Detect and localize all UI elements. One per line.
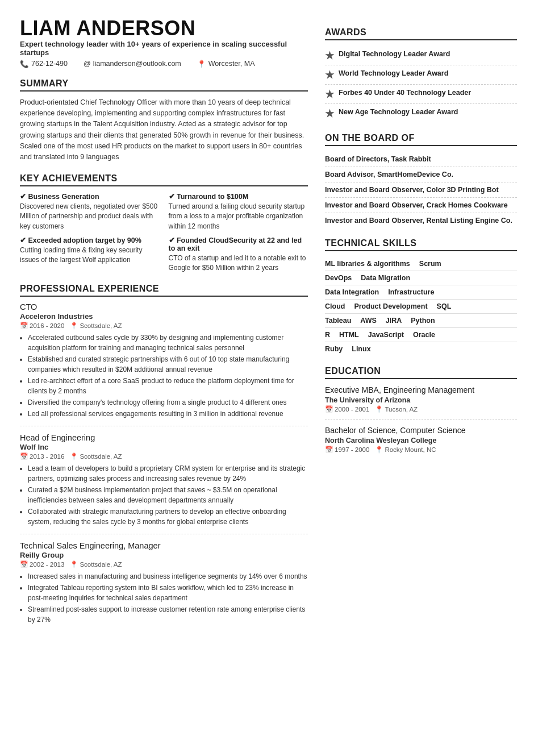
edu-meta: 📅 1997 - 2000 📍 Rocky Mount, NC [325, 446, 517, 454]
board-item: Board of Directors, Task Rabbit [325, 152, 517, 167]
exp-bullet: Streamlined post-sales support to increa… [28, 604, 308, 625]
skill-tag: HTML [339, 331, 359, 339]
exp-dates: 📅 2016 - 2020 [20, 322, 64, 330]
exp-title: Head of Engineering [20, 433, 308, 442]
pin-icon: 📍 [70, 322, 78, 330]
location-item: 📍 Worcester, MA [197, 60, 255, 68]
skill-tag: Product Development [354, 302, 427, 310]
achievement-title: Turnaround to $100M [169, 192, 308, 201]
skills-row: DevOpsData Migration [325, 271, 517, 285]
pin-icon: 📍 [70, 560, 78, 568]
board-item: Investor and Board Observer, Crack Homes… [325, 198, 517, 213]
education-title: EDUCATION [325, 366, 517, 379]
skills-row: Data IntegrationInfrastructure [325, 285, 517, 300]
achievement-body: Turned around a failing cloud security s… [169, 202, 308, 231]
skills-title: TECHNICAL SKILLS [325, 238, 517, 251]
skill-tag: Infrastructure [388, 288, 434, 296]
skill-tag: Scrum [419, 260, 441, 268]
experience-entry: CTO Acceleron Industries 📅 2016 - 2020 📍… [20, 302, 308, 426]
edu-location: 📍 Tucson, AZ [375, 405, 418, 413]
exp-bullet: Established and curated strategic partne… [28, 354, 308, 375]
exp-location: 📍 Scottsdale, AZ [70, 560, 122, 568]
exp-dates: 📅 2002 - 2013 [20, 560, 64, 568]
edu-dates: 📅 1997 - 2000 [325, 446, 369, 454]
contact-row: 📞 762-12-490 @ liamanderson@outlook.com … [20, 60, 308, 68]
awards-title: AWARDS [325, 27, 517, 40]
resume-page: LIAM ANDERSON Expert technology leader w… [0, 0, 534, 655]
skills-row: CloudProduct DevelopmentSQL [325, 300, 517, 314]
email-address: liamanderson@outlook.com [93, 60, 181, 68]
experience-list: CTO Acceleron Industries 📅 2016 - 2020 📍… [20, 302, 308, 632]
star-icon: ★ [325, 89, 334, 99]
email-icon: @ [84, 60, 91, 68]
edu-meta: 📅 2000 - 2001 📍 Tucson, AZ [325, 405, 517, 413]
board-item: Board Advisor, SmartHomeDevice Co. [325, 167, 517, 182]
award-text: Forbes 40 Under 40 Technology Leader [339, 89, 471, 97]
calendar-icon: 📅 [325, 446, 333, 454]
exp-location: 📍 Scottsdale, AZ [70, 452, 122, 460]
skill-tag: Tableau [325, 317, 351, 325]
achievement-body: CTO of a startup and led it to a notable… [169, 254, 308, 273]
edu-school: The University of Arizona [325, 396, 517, 404]
skills-row: ML libraries & algorithmsScrum [325, 257, 517, 271]
skill-tag: DevOps [325, 274, 352, 282]
experience-entry: Head of Engineering Wolf Inc 📅 2013 - 20… [20, 433, 308, 534]
exp-bullet: Lead a team of developers to build a pro… [28, 463, 308, 484]
exp-meta: 📅 2016 - 2020 📍 Scottsdale, AZ [20, 322, 308, 330]
exp-bullets: Lead a team of developers to build a pro… [20, 463, 308, 527]
location-text: Worcester, MA [208, 60, 255, 68]
award-item: ★ Forbes 40 Under 40 Technology Leader [325, 85, 517, 104]
tagline: Expert technology leader with 10+ years … [20, 40, 308, 57]
skill-tag: Python [411, 317, 435, 325]
calendar-icon: 📅 [20, 560, 28, 568]
exp-company: Acceleron Industries [20, 312, 308, 321]
achievement-title: Business Generation [20, 192, 160, 201]
achievement-title: Founded CloudSecurity at 22 and led to a… [169, 236, 308, 252]
exp-bullet: Integrated Tableau reporting system into… [28, 583, 308, 603]
exp-meta: 📅 2013 - 2016 📍 Scottsdale, AZ [20, 452, 308, 460]
exp-bullet: Led all professional services engagement… [28, 409, 308, 419]
star-icon: ★ [325, 109, 334, 119]
skill-tag: Ruby [325, 345, 343, 353]
award-text: New Age Technology Leader Award [339, 108, 458, 116]
exp-bullet: Collaborated with strategic manufacturin… [28, 506, 308, 527]
edu-location: 📍 Rocky Mount, NC [375, 446, 436, 454]
education-list: Executive MBA, Engineering Management Th… [325, 385, 517, 459]
exp-bullet: Diversified the company's technology off… [28, 397, 308, 408]
calendar-icon: 📅 [325, 405, 333, 413]
exp-bullet: Curated a $2M business implementation pr… [28, 485, 308, 505]
phone-number: 762-12-490 [31, 60, 68, 68]
award-text: Digital Technology Leader Award [339, 50, 450, 58]
achievement-body: Discovered new clients, negotiated over … [20, 202, 160, 231]
star-icon: ★ [325, 51, 334, 61]
edu-school: North Carolina Wesleyan College [325, 437, 517, 445]
exp-meta: 📅 2002 - 2013 📍 Scottsdale, AZ [20, 560, 308, 568]
board-item: Investor and Board Observer, Rental List… [325, 213, 517, 228]
skill-tag: Cloud [325, 302, 345, 310]
skills-grid: ML libraries & algorithmsScrumDevOpsData… [325, 257, 517, 356]
exp-bullet: Accelerated outbound sales cycle by 330%… [28, 333, 308, 353]
right-column: AWARDS ★ Digital Technology Leader Award… [325, 17, 517, 638]
award-item: ★ Digital Technology Leader Award [325, 46, 517, 65]
skill-tag: Linux [352, 345, 370, 353]
pin-icon: 📍 [375, 405, 383, 413]
achievement-item: Founded CloudSecurity at 22 and led to a… [169, 236, 308, 273]
education-entry: Bachelor of Science, Computer Science No… [325, 425, 517, 459]
achievement-title: Exceeded adoption target by 90% [20, 236, 160, 244]
experience-entry: Technical Sales Engineering, Manager Rei… [20, 541, 308, 632]
achievement-body: Cutting loading time & fixing key securi… [20, 246, 160, 265]
phone-icon: 📞 [20, 60, 29, 68]
skill-tag: JIRA [386, 317, 402, 325]
summary-text: Product-orientated Chief Technology Offi… [20, 97, 308, 163]
exp-dates: 📅 2013 - 2016 [20, 452, 64, 460]
calendar-icon: 📅 [20, 322, 28, 330]
location-icon: 📍 [197, 60, 206, 68]
edu-dates: 📅 2000 - 2001 [325, 405, 369, 413]
resume-header: LIAM ANDERSON Expert technology leader w… [20, 17, 308, 68]
board-list: Board of Directors, Task RabbitBoard Adv… [325, 152, 517, 228]
pin-icon: 📍 [70, 452, 78, 460]
edu-degree: Bachelor of Science, Computer Science [325, 425, 517, 435]
phone-item: 📞 762-12-490 [20, 60, 68, 68]
pin-icon: 📍 [375, 446, 383, 454]
achievements-title: KEY ACHIEVEMENTS [20, 173, 308, 186]
